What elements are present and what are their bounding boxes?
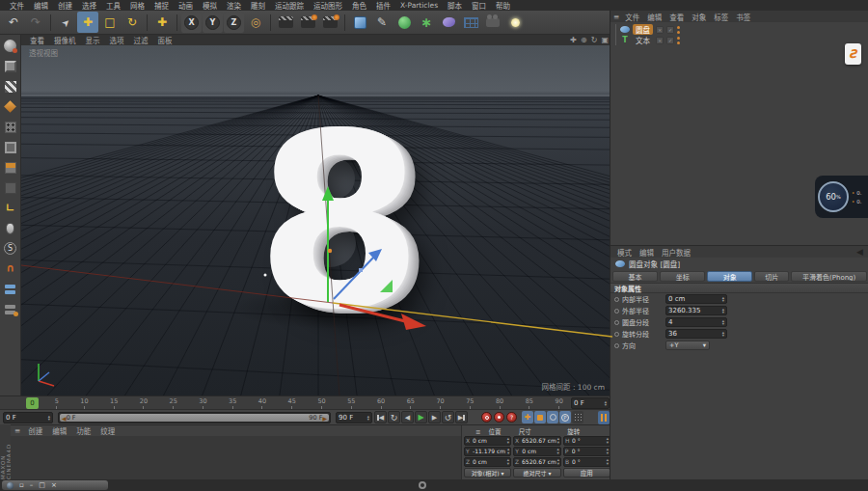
attribute-tab[interactable]: 坐标	[660, 271, 705, 282]
tag-icon[interactable]: ✓	[666, 37, 674, 44]
rotation-p-field[interactable]: P0 °▴▾	[563, 447, 610, 456]
size-x-field[interactable]: X6520.67 cm▴▾	[513, 436, 561, 446]
menu-item[interactable]: 工具	[101, 0, 125, 11]
menu-item[interactable]: 网格	[125, 0, 149, 11]
animation-dot-icon[interactable]	[614, 309, 619, 314]
menu-item[interactable]: 角色	[347, 0, 371, 11]
select-tool-button[interactable]: ➤	[55, 12, 76, 33]
minimize-icon[interactable]: –	[30, 481, 34, 489]
attribute-tab[interactable]: 切片	[754, 271, 789, 282]
object-manager-menu-item[interactable]: 查看	[665, 12, 688, 22]
menu-item[interactable]: 创建	[53, 0, 77, 11]
hamburger-icon[interactable]: ≡	[613, 13, 621, 21]
window-icon[interactable]: ▫	[19, 481, 24, 489]
menu-item[interactable]: 捕捉	[149, 0, 174, 11]
material-menu-item[interactable]: 创建	[23, 425, 47, 436]
viewport-menu-item[interactable]: 查看	[25, 35, 49, 45]
attribute-menu-item[interactable]: 模式	[613, 247, 636, 258]
size-mode-dropdown[interactable]: 绝对尺寸▾	[513, 468, 560, 477]
render-picture-viewer-button[interactable]	[297, 12, 318, 33]
object-manager-menu-item[interactable]: 书签	[732, 12, 754, 22]
enable-axis-button[interactable]: ∟	[1, 199, 20, 217]
menu-item[interactable]: 雕刻	[246, 0, 270, 11]
viewport-solo-button[interactable]	[1, 219, 20, 237]
menu-item[interactable]: 渲染	[222, 0, 246, 11]
range-start-field[interactable]: 0 F▴▾	[3, 412, 53, 423]
menu-item[interactable]: 运动跟踪	[270, 0, 309, 11]
loop-button[interactable]: ↻	[388, 411, 400, 423]
position-y-field[interactable]: Y-11.179 cm▴▾	[464, 447, 511, 456]
rotate-view-icon[interactable]: ↻	[591, 36, 598, 44]
reverse-loop-button[interactable]: ↺	[442, 411, 454, 423]
timeline-ruler[interactable]: 051015202530354045505560657075808590 0 0…	[0, 396, 612, 409]
redo-button[interactable]: ↷	[25, 12, 46, 33]
apply-button[interactable]: 应用	[563, 468, 610, 477]
material-menu-item[interactable]: 编辑	[47, 425, 71, 436]
points-mode-button[interactable]	[1, 118, 20, 136]
hamburger-icon[interactable]: ≡	[14, 426, 23, 435]
keyframe-selection-button[interactable]: ?	[506, 412, 517, 423]
viewport-menu-item[interactable]: 选项	[105, 35, 129, 45]
hud-widget[interactable]: 60% 0. 0.	[815, 176, 868, 218]
size-z-field[interactable]: Z6520.67 cm▴▾	[513, 457, 561, 467]
pan-view-icon[interactable]: ✚	[570, 36, 577, 44]
play-button[interactable]: ▶	[415, 411, 427, 423]
autokey-button[interactable]	[494, 412, 504, 423]
close-icon[interactable]: ×	[51, 481, 57, 489]
animation-dot-icon[interactable]	[614, 332, 619, 337]
generator-button[interactable]	[393, 12, 415, 33]
last-tool-button[interactable]: ✚	[151, 12, 173, 33]
viewport-menu-item[interactable]: 摄像机	[49, 35, 81, 45]
menu-item[interactable]: 选择	[77, 0, 101, 11]
object-manager-menu-item[interactable]: 文件	[621, 12, 643, 22]
coordinate-system-button[interactable]: ◎	[245, 12, 266, 33]
polygons-mode-button[interactable]	[1, 158, 20, 177]
maximize-icon[interactable]: □	[39, 481, 45, 489]
position-z-field[interactable]: Z0 cm▴▾	[464, 457, 511, 467]
zoom-view-icon[interactable]: ⊕	[581, 36, 587, 44]
coord-mode-dropdown[interactable]: 对象(相对)▾	[464, 468, 511, 477]
object-row-disc[interactable]: 圆盘 × ✓	[615, 24, 868, 35]
spline-pen-button[interactable]: ✎	[371, 12, 393, 33]
orientation-dropdown[interactable]: +Y▾	[665, 341, 710, 350]
mograph-button[interactable]: ∗	[416, 12, 437, 33]
frame-range-slider[interactable]: ◀ 0 F 90 F ▶	[58, 412, 331, 423]
make-editable-button[interactable]	[1, 37, 20, 55]
attribute-menu-item[interactable]: 编辑	[636, 247, 658, 258]
animation-dot-icon[interactable]	[614, 297, 619, 302]
menu-item[interactable]: 运动图形	[309, 0, 347, 11]
lock-z-axis-button[interactable]: Z	[224, 13, 244, 33]
menu-item[interactable]: 窗口	[467, 0, 491, 11]
c4d-logo-icon[interactable]	[7, 482, 14, 489]
render-settings-button[interactable]	[319, 12, 340, 33]
goto-start-button[interactable]: ◀	[374, 411, 387, 423]
menu-item[interactable]: 文件	[5, 0, 29, 11]
attribute-tab[interactable]: 基本	[612, 271, 658, 282]
viewport-menu-item[interactable]: 显示	[81, 35, 105, 45]
light-button[interactable]	[504, 12, 526, 33]
viewport-menu-item[interactable]: 面板	[153, 35, 177, 45]
note-icon[interactable]: Ƨ	[845, 43, 861, 65]
keyframe-bars-icon[interactable]	[598, 411, 610, 424]
maximize-view-icon[interactable]: ▣	[601, 36, 609, 44]
tag-icon[interactable]: ×	[656, 26, 664, 34]
layer-settings-button[interactable]	[1, 300, 20, 318]
scale-tool-button[interactable]: □	[99, 12, 121, 33]
inner-radius-field[interactable]: 0 cm▴▾	[665, 294, 727, 304]
material-menu-item[interactable]: 功能	[71, 425, 95, 436]
tag-icon[interactable]: ✓	[666, 26, 674, 34]
undo-button[interactable]: ↶	[3, 12, 24, 33]
rotation-b-field[interactable]: B0 °▴▾	[563, 457, 610, 467]
key-scale-toggle[interactable]	[534, 411, 546, 423]
model-mode-button[interactable]	[1, 57, 20, 75]
viewport-menu-item[interactable]: 过滤	[129, 35, 153, 45]
object-name[interactable]: 文本	[633, 35, 653, 45]
rotation-segments-field[interactable]: 36▴▾	[665, 329, 727, 339]
current-frame-field[interactable]: 0 F▴▾	[571, 397, 610, 409]
timeline-playhead[interactable]: 0	[26, 397, 39, 409]
visibility-dots[interactable]	[677, 26, 680, 34]
object-manager-menu-item[interactable]: 编辑	[643, 12, 665, 22]
outer-radius-field[interactable]: 3260.335▴▾	[665, 306, 727, 315]
range-end-field[interactable]: 90 F▴▾	[336, 412, 372, 423]
object-manager-menu-item[interactable]: 标签	[710, 12, 732, 22]
